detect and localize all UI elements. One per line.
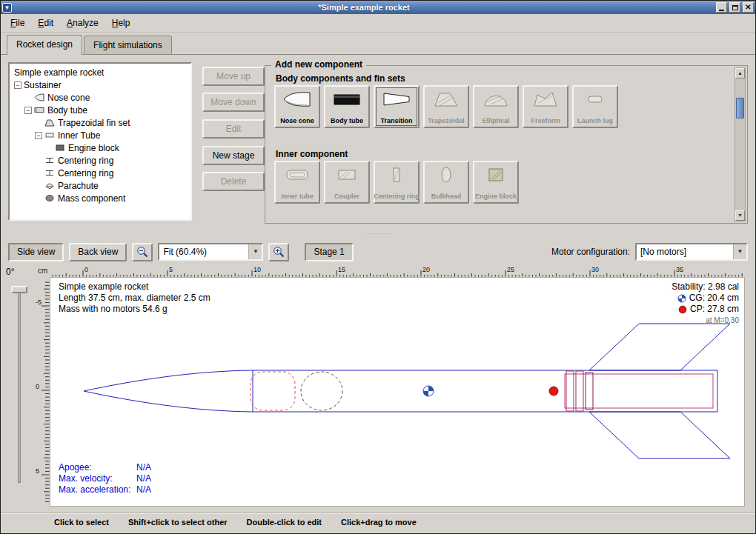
apogee-value: N/A (136, 462, 151, 473)
zoom-combobox[interactable]: Fit (60.4%) ▼ (158, 243, 263, 261)
rocket-canvas: 0° cm 05101520253035 -505 (1, 265, 755, 513)
zoom-out-icon (136, 245, 149, 258)
centering-ring-icon (382, 165, 411, 184)
transition-icon (382, 90, 411, 109)
scroll-up-icon[interactable]: ▲ (735, 68, 745, 79)
inner-component-buttons: Inner tube Coupler Centering ring Bulkhe… (274, 161, 519, 204)
maximize-button[interactable] (729, 2, 740, 13)
new-stage-button[interactable]: New stage (202, 146, 265, 165)
engine-block-outline[interactable] (586, 373, 593, 410)
menu-file[interactable]: File (4, 16, 31, 30)
menu-help[interactable]: Help (105, 16, 137, 30)
panel-splitter[interactable]: ∙∙∙∙∙∙∙∙ (1, 230, 755, 238)
tree-item-mass-component[interactable]: Mass component (11, 192, 189, 204)
inner-tube-icon (44, 131, 55, 139)
window-title: *Simple example rocket (14, 3, 714, 12)
minimize-button[interactable] (716, 2, 727, 13)
svg-text:10: 10 (253, 266, 261, 273)
inner-component-section-label: Inner component (276, 149, 348, 159)
collapse-icon[interactable]: − (24, 107, 32, 114)
max-velocity-label: Max. velocity: (59, 473, 136, 484)
ruler-unit-label: cm (38, 267, 47, 275)
close-button[interactable]: ✕ (743, 2, 754, 13)
tree-item-fin-set[interactable]: Trapezoidal fin set (11, 116, 189, 129)
hint-click-drag: Click+drag to move (341, 518, 417, 527)
nose-cone-outline[interactable] (84, 370, 253, 412)
menu-analyze[interactable]: Analyze (60, 16, 105, 30)
body-tube-icon (332, 90, 362, 109)
side-view-button[interactable]: Side view (8, 243, 64, 261)
centering-ring-1-outline[interactable] (566, 371, 574, 411)
add-centering-ring-button: Centering ring (374, 161, 420, 204)
rotation-slider-thumb[interactable] (11, 286, 27, 293)
zoom-out-button[interactable] (132, 243, 153, 261)
add-body-tube-button[interactable]: Body tube (324, 85, 370, 128)
menu-edit[interactable]: Edit (31, 16, 60, 30)
engine-block-icon (481, 165, 511, 184)
trapezoidal-fin-icon (431, 90, 461, 109)
body-tube-outline[interactable] (253, 370, 717, 412)
stability-info: Stability: 2.98 cal CG: 20.4 cm CP: 27.8… (672, 281, 739, 326)
tab-rocket-design[interactable]: Rocket design (7, 35, 82, 55)
inner-tube-outline[interactable] (565, 374, 713, 408)
fin-bottom-outline[interactable] (589, 412, 730, 458)
maximize-icon (732, 5, 738, 10)
motor-configuration-combobox[interactable]: [No motors] ▼ (635, 243, 748, 261)
svg-text:-5: -5 (36, 298, 42, 306)
rotation-angle-label: 0° (6, 267, 14, 277)
view-toolbar: Side view Back view Fit (60.4%) ▼ Stage … (1, 238, 755, 265)
scrollbar-thumb[interactable] (736, 98, 744, 119)
nose-cone-icon (282, 90, 312, 109)
delete-button: Delete (202, 172, 265, 191)
design-panel: Simple example rocket − Sustainer Nose c… (1, 55, 755, 230)
parachute-outline[interactable] (251, 372, 295, 410)
cp-icon (678, 305, 687, 314)
max-velocity-value: N/A (136, 473, 151, 484)
rocket-drawing-area[interactable]: Simple example rocket Length 37.5 cm, ma… (50, 277, 745, 507)
cg-marker (423, 386, 434, 396)
tab-flight-simulations[interactable]: Flight simulations (84, 36, 172, 54)
splitter-grip-icon: ∙∙∙∙∙∙∙∙ (365, 230, 391, 237)
tree-item-rocket[interactable]: Simple example rocket (11, 66, 189, 79)
horizontal-ruler: 05101520253035 (50, 265, 745, 277)
stage1-toggle-button[interactable]: Stage 1 (305, 243, 353, 261)
motor-configuration-value: [No motors] (637, 244, 733, 259)
add-component-scrollbar[interactable]: ▲ ▼ (735, 67, 746, 221)
mass-component-outline[interactable] (301, 372, 342, 410)
tree-item-sustainer[interactable]: − Sustainer (11, 79, 189, 91)
cg-icon (677, 294, 686, 303)
back-view-button[interactable]: Back view (69, 243, 127, 261)
window-icon[interactable]: ▼ (2, 3, 12, 13)
add-trapezoidal-fin-button: Trapezoidal (423, 85, 469, 128)
tree-item-body-tube[interactable]: − Body tube (11, 104, 189, 116)
app-window: ▼ *Simple example rocket ✕ File Edit Ana… (0, 0, 756, 534)
tree-item-centering-ring-2[interactable]: Centering ring (11, 167, 189, 179)
chevron-down-icon[interactable]: ▼ (733, 244, 746, 259)
add-transition-button[interactable]: Transition (374, 85, 420, 128)
collapse-icon[interactable]: − (35, 132, 42, 139)
rocket-mass: Mass with no motors 54.6 g (59, 304, 210, 315)
add-inner-tube-button: Inner tube (274, 161, 320, 204)
tree-item-centering-ring-1[interactable]: Centering ring (11, 154, 189, 167)
rotation-slider[interactable] (18, 289, 21, 483)
hint-shift-click: Shift+click to select other (128, 518, 228, 527)
tree-item-parachute[interactable]: Parachute (11, 179, 189, 192)
fin-top-outline[interactable] (589, 324, 730, 370)
tree-item-engine-block[interactable]: Engine block (11, 141, 189, 154)
rocket-info: Simple example rocket Length 37.5 cm, ma… (59, 281, 210, 315)
rocket-dimensions: Length 37.5 cm, max. diameter 2.5 cm (59, 293, 210, 304)
scroll-down-icon[interactable]: ▼ (735, 210, 745, 221)
add-elliptical-fin-button: Elliptical (473, 85, 519, 128)
add-bulkhead-button: Bulkhead (423, 161, 469, 204)
cg-value: CG: 20.4 cm (689, 293, 739, 304)
add-nose-cone-button[interactable]: Nose cone (274, 85, 320, 128)
collapse-icon[interactable]: − (14, 81, 21, 89)
tree-item-nose-cone[interactable]: Nose cone (11, 91, 189, 104)
centering-ring-2-outline[interactable] (576, 371, 583, 411)
tree-action-buttons: Move up Move down Edit New stage Delete (202, 67, 265, 198)
zoom-in-button[interactable] (268, 243, 289, 261)
chevron-down-icon[interactable]: ▼ (248, 244, 262, 259)
tree-item-inner-tube[interactable]: − Inner Tube (11, 129, 189, 141)
statusbar: Click to select Shift+click to select ot… (1, 513, 755, 530)
main-tabs: Rocket design Flight simulations (1, 33, 755, 55)
